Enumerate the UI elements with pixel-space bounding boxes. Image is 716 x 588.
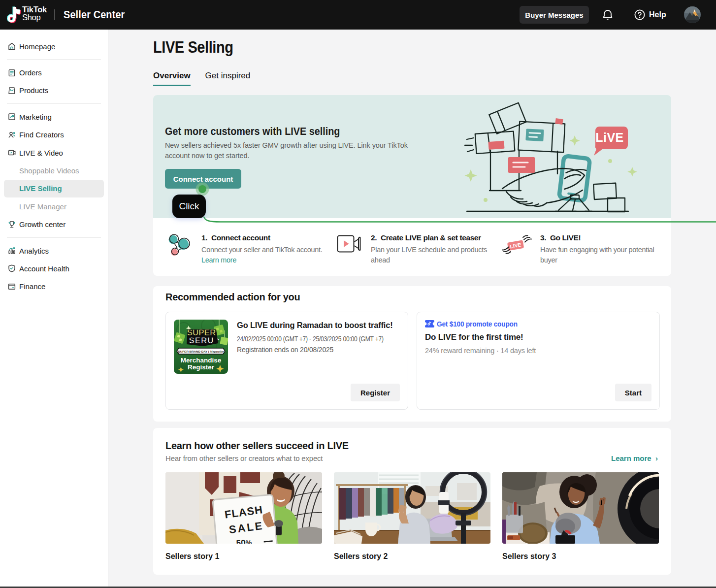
svg-text:SUPER BRAND DAY | Megaseller: SUPER BRAND DAY | Megaseller <box>178 350 224 353</box>
svg-text:LiVE: LiVE <box>595 131 624 144</box>
svg-text:Merchandise: Merchandise <box>181 357 222 364</box>
svg-text:50%: 50% <box>236 537 252 544</box>
svg-text:Register: Register <box>188 363 215 371</box>
svg-text:SERU: SERU <box>189 336 214 345</box>
